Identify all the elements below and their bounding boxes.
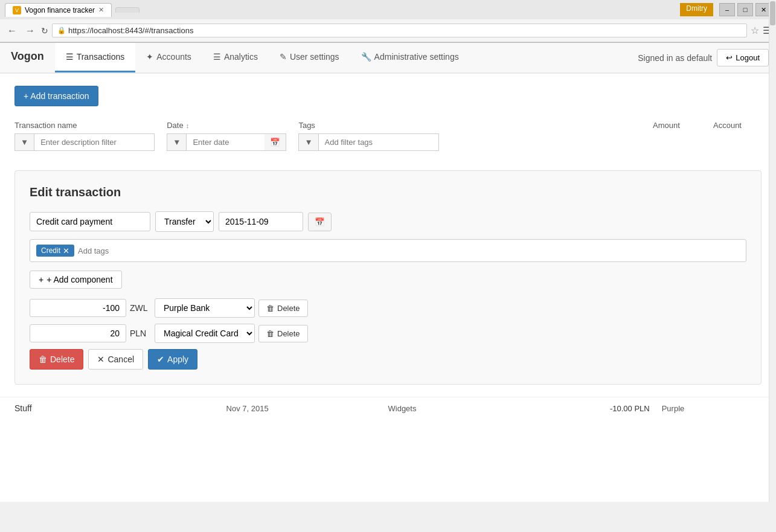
- component-0-amount-input[interactable]: [30, 299, 126, 317]
- filter-row: Transaction name ▼ Date ↕ ▼ �: [14, 121, 762, 158]
- transaction-0-account: Purple: [662, 404, 762, 413]
- logout-label: Logout: [736, 53, 760, 62]
- add-transaction-button[interactable]: + Add transaction: [14, 86, 98, 106]
- delete-transaction-button[interactable]: 🗑 Delete: [30, 349, 83, 370]
- filter-name-input-group: ▼: [14, 133, 155, 151]
- component-1-amount-input[interactable]: [30, 324, 126, 342]
- component-row-0: ZWL Purple Bank Magical Credit Card 🗑 De…: [30, 298, 746, 318]
- address-bar[interactable]: 🔒 https://localhost:8443/#/transactions: [52, 24, 747, 37]
- window-controls: Dmitry – □ ✕: [680, 3, 771, 16]
- admin-settings-nav-icon: 🔧: [361, 52, 371, 62]
- user-settings-nav-label: User settings: [290, 52, 339, 62]
- navbar-nav: ☰ Transactions ✦ Accounts ☰ Analytics: [55, 43, 470, 72]
- url-text: https://localhost:8443/#/transactions: [68, 26, 742, 35]
- cancel-transaction-button[interactable]: ✕ Cancel: [88, 349, 143, 370]
- filter-tags-input-group: ▼: [298, 133, 438, 151]
- account-column-header: Account: [713, 121, 762, 130]
- filter-date-input[interactable]: [186, 133, 265, 151]
- nav-item-transactions[interactable]: ☰ Transactions: [55, 43, 136, 72]
- navbar-right: Signed in as default ↩ Logout: [630, 43, 776, 72]
- component-0-delete-button[interactable]: 🗑 Delete: [258, 300, 308, 317]
- filter-tags-text: Tags: [298, 121, 315, 130]
- apply-label: Apply: [167, 354, 188, 364]
- back-button[interactable]: ←: [5, 24, 19, 37]
- filter-name-input[interactable]: [34, 133, 155, 151]
- filter-name-label: Transaction name: [14, 121, 155, 130]
- component-1-account-select[interactable]: Purple Bank Magical Credit Card: [155, 324, 255, 343]
- filter-date-group: Date ↕ ▼ 📅: [167, 121, 286, 151]
- browser-new-tab[interactable]: [115, 7, 139, 13]
- edit-type-select[interactable]: Transfer Income Expense: [155, 211, 214, 232]
- sort-icon: ↕: [186, 122, 190, 129]
- analytics-nav-label: Analytics: [224, 52, 258, 62]
- maximize-button[interactable]: □: [737, 3, 753, 16]
- edit-transaction-panel: Edit transaction Transfer Income Expense…: [14, 170, 762, 385]
- filter-tags-group: Tags ▼: [298, 121, 438, 151]
- calendar-icon: 📅: [315, 217, 325, 226]
- account-label: Account: [713, 121, 742, 130]
- nav-item-user-settings[interactable]: ✎ User settings: [269, 43, 350, 72]
- edit-tags-row[interactable]: Credit ✕: [30, 239, 746, 262]
- analytics-nav-icon: ☰: [213, 52, 221, 62]
- user-badge: Dmitry: [680, 3, 713, 16]
- accounts-nav-label: Accounts: [156, 52, 191, 62]
- navbar-brand[interactable]: Vogon: [0, 43, 55, 72]
- forward-button[interactable]: →: [23, 24, 37, 37]
- filter-name-group: Transaction name ▼: [14, 121, 155, 151]
- apply-transaction-button[interactable]: ✔ Apply: [148, 349, 197, 370]
- edit-action-buttons: 🗑 Delete ✕ Cancel ✔ Apply: [30, 349, 746, 370]
- amount-label: Amount: [653, 121, 680, 130]
- cancel-label: Cancel: [107, 354, 134, 364]
- logout-button[interactable]: ↩ Logout: [717, 49, 769, 66]
- component-row-1: PLN Purple Bank Magical Credit Card 🗑 De…: [30, 324, 746, 343]
- edit-tags-input[interactable]: [78, 246, 740, 255]
- scrollbar-track[interactable]: [769, 0, 776, 502]
- edit-date-input[interactable]: [219, 212, 303, 231]
- add-transaction-label: + Add transaction: [24, 91, 89, 101]
- edit-name-input[interactable]: [30, 212, 150, 231]
- cancel-icon: ✕: [97, 354, 104, 364]
- minimize-button[interactable]: –: [719, 3, 735, 16]
- transaction-0-name: Stuff: [14, 403, 214, 413]
- nav-item-analytics[interactable]: ☰ Analytics: [202, 43, 269, 72]
- transaction-list: Stuff Nov 7, 2015 Widgets -10.00 PLN Pur…: [0, 397, 776, 419]
- reload-button[interactable]: ↻: [41, 26, 48, 36]
- edit-top-row: Transfer Income Expense 📅: [30, 211, 746, 232]
- signed-in-text: Signed in as default: [638, 53, 712, 63]
- admin-settings-nav-label: Administrative settings: [374, 52, 459, 62]
- logout-icon: ↩: [726, 53, 733, 62]
- filter-name-icon-button[interactable]: ▼: [14, 133, 34, 151]
- edit-calendar-button[interactable]: 📅: [308, 213, 332, 231]
- transaction-0-date: Nov 7, 2015: [226, 404, 376, 413]
- browser-tab-close[interactable]: ✕: [98, 6, 104, 14]
- scrollbar-thumb[interactable]: [770, 1, 775, 25]
- nav-item-accounts[interactable]: ✦ Accounts: [135, 43, 202, 72]
- apply-check-icon: ✔: [157, 354, 164, 364]
- nav-item-admin-settings[interactable]: 🔧 Administrative settings: [350, 43, 470, 72]
- transaction-0-tags: Widgets: [388, 404, 538, 413]
- filter-tags-label: Tags: [298, 121, 438, 130]
- delete-transaction-trash-icon: 🗑: [39, 354, 47, 364]
- component-1-delete-button[interactable]: 🗑 Delete: [258, 325, 308, 342]
- add-component-label: + Add component: [46, 275, 112, 284]
- amount-column-header: Amount: [653, 121, 701, 130]
- component-0-currency: ZWL: [130, 303, 151, 313]
- add-component-plus-icon: +: [39, 275, 43, 284]
- bookmark-button[interactable]: ☆: [751, 25, 759, 36]
- add-component-button[interactable]: + + Add component: [30, 271, 122, 289]
- browser-tab-active[interactable]: V Vogon finance tracker ✕: [5, 3, 112, 17]
- tag-credit-label: Credit: [41, 246, 60, 255]
- filter-name-text: Transaction name: [14, 121, 77, 130]
- browser-tab-title: Vogon finance tracker: [25, 6, 95, 14]
- component-1-delete-label: Delete: [277, 329, 300, 338]
- component-0-account-select[interactable]: Purple Bank Magical Credit Card: [155, 298, 255, 318]
- security-icon: 🔒: [57, 27, 66, 34]
- filter-date-label: Date ↕: [167, 121, 286, 130]
- filter-date-icon-button[interactable]: ▼: [167, 133, 186, 151]
- tag-credit-remove[interactable]: ✕: [63, 247, 69, 255]
- filter-tags-icon-button[interactable]: ▼: [298, 133, 318, 151]
- filter-date-calendar-button[interactable]: 📅: [265, 133, 286, 151]
- component-1-currency: PLN: [130, 328, 151, 338]
- filter-tags-input[interactable]: [318, 133, 439, 151]
- user-settings-nav-icon: ✎: [280, 52, 287, 62]
